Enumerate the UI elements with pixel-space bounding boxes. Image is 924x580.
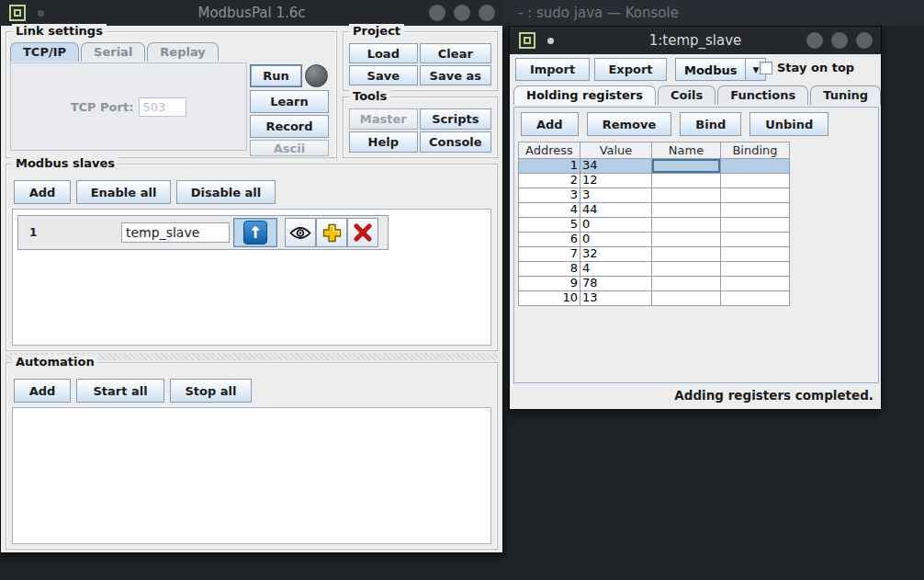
cell-value[interactable]: 78 <box>580 277 652 291</box>
tab-serial[interactable]: Serial <box>81 42 145 62</box>
konsole-titlebar[interactable]: - : sudo java — Konsole <box>503 0 924 26</box>
cell-binding[interactable] <box>721 188 790 203</box>
cell-name[interactable] <box>652 277 721 291</box>
disable-all-button[interactable]: Disable all <box>176 180 276 204</box>
mode-dropdown[interactable]: Modbus ▼ <box>675 58 766 81</box>
window-button[interactable] <box>429 5 445 21</box>
record-button[interactable]: Record <box>250 115 329 138</box>
cell-binding[interactable] <box>721 203 790 218</box>
cell-binding[interactable] <box>721 291 790 306</box>
cell-value[interactable]: 44 <box>580 203 652 218</box>
save-button[interactable]: Save <box>349 65 418 85</box>
column-header-binding[interactable]: Binding <box>721 142 790 159</box>
view-slave-button[interactable] <box>285 218 316 247</box>
cell-binding[interactable] <box>721 233 790 247</box>
window-menu-icon[interactable] <box>519 32 535 49</box>
table-row[interactable]: 444 <box>518 203 790 218</box>
register-unbind-button[interactable]: Unbind <box>749 112 828 136</box>
cell-address[interactable]: 8 <box>518 262 580 277</box>
tab-replay[interactable]: Replay <box>147 42 218 62</box>
cell-value[interactable]: 0 <box>580 233 652 247</box>
cell-address[interactable]: 10 <box>518 291 580 306</box>
console-button[interactable]: Console <box>420 131 491 153</box>
cell-address[interactable]: 5 <box>518 218 580 233</box>
cell-address[interactable]: 6 <box>518 233 580 247</box>
cell-binding[interactable] <box>721 218 790 233</box>
cell-value[interactable]: 0 <box>580 218 652 233</box>
clear-button[interactable]: Clear <box>420 43 491 63</box>
stay-on-top-checkbox[interactable] <box>760 62 772 74</box>
cell-name[interactable] <box>652 291 721 306</box>
save-as-button[interactable]: Save as <box>420 65 491 85</box>
slave-name-field[interactable] <box>121 222 230 243</box>
window-button[interactable] <box>831 32 848 49</box>
window-menu-icon[interactable] <box>9 5 26 21</box>
cell-address[interactable]: 3 <box>518 188 580 203</box>
column-header-value[interactable]: Value <box>580 142 652 159</box>
cell-name[interactable] <box>652 174 721 188</box>
cell-name[interactable] <box>652 233 721 247</box>
window-button[interactable] <box>806 32 823 49</box>
column-header-address[interactable]: Address <box>518 142 580 159</box>
cell-address[interactable]: 4 <box>518 203 580 218</box>
table-row[interactable]: 33 <box>518 188 790 203</box>
enable-all-button[interactable]: Enable all <box>76 180 171 204</box>
table-row[interactable]: 50 <box>518 218 790 233</box>
cell-binding[interactable] <box>721 174 790 188</box>
slave-enabled-toggle[interactable]: ↑ <box>233 218 277 247</box>
add-registers-button[interactable] <box>316 218 347 247</box>
table-row[interactable]: 212 <box>518 174 790 188</box>
cell-address[interactable]: 7 <box>518 247 580 262</box>
cell-binding[interactable] <box>721 247 790 262</box>
window-button[interactable] <box>856 32 873 49</box>
table-row[interactable]: 60 <box>518 233 790 247</box>
register-bind-button[interactable]: Bind <box>680 112 741 136</box>
tab-tcpip[interactable]: TCP/IP <box>10 42 79 62</box>
window-button[interactable] <box>479 5 495 21</box>
cell-value[interactable]: 32 <box>580 247 652 262</box>
table-row[interactable]: 732 <box>518 247 790 262</box>
cell-value[interactable]: 12 <box>580 174 652 188</box>
cell-value[interactable]: 34 <box>580 159 652 174</box>
learn-button[interactable]: Learn <box>250 90 329 113</box>
cell-address[interactable]: 9 <box>518 277 580 291</box>
cell-value[interactable]: 3 <box>580 188 652 203</box>
tab-holding-registers[interactable]: Holding registers <box>513 85 656 105</box>
tab-coils[interactable]: Coils <box>658 85 716 105</box>
scripts-button[interactable]: Scripts <box>420 108 491 130</box>
cell-name[interactable] <box>652 203 721 218</box>
table-row[interactable]: 84 <box>518 262 790 277</box>
slave-row[interactable]: 1 ↑ <box>17 215 389 250</box>
table-row[interactable]: 978 <box>518 277 790 291</box>
cell-address[interactable]: 1 <box>518 159 580 174</box>
table-row[interactable]: 134 <box>518 159 790 174</box>
run-button[interactable]: Run <box>250 64 302 87</box>
column-header-name[interactable]: Name <box>652 142 721 159</box>
cell-address[interactable]: 2 <box>518 174 580 188</box>
slave-dialog-titlebar[interactable]: 1:temp_slave <box>510 27 881 54</box>
cell-name[interactable] <box>652 159 721 174</box>
cell-binding[interactable] <box>721 277 790 291</box>
cell-value[interactable]: 4 <box>580 262 652 277</box>
delete-slave-button[interactable] <box>347 218 378 247</box>
cell-binding[interactable] <box>721 159 790 174</box>
automation-add-button[interactable]: Add <box>14 379 71 403</box>
slave-add-button[interactable]: Add <box>14 180 71 204</box>
help-button[interactable]: Help <box>349 131 418 153</box>
window-button[interactable] <box>454 5 470 21</box>
stay-on-top-control[interactable]: Stay on top <box>760 61 854 74</box>
tab-functions[interactable]: Functions <box>717 85 808 105</box>
export-button[interactable]: Export <box>594 58 667 81</box>
stop-all-button[interactable]: Stop all <box>170 379 252 403</box>
import-button[interactable]: Import <box>515 58 590 81</box>
cell-name[interactable] <box>652 247 721 262</box>
register-remove-button[interactable]: Remove <box>587 112 672 136</box>
table-row[interactable]: 1013 <box>518 291 790 306</box>
tab-tuning[interactable]: Tuning <box>810 85 881 105</box>
register-add-button[interactable]: Add <box>521 112 579 136</box>
load-button[interactable]: Load <box>349 43 418 63</box>
tcp-port-field[interactable] <box>139 97 186 117</box>
cell-name[interactable] <box>652 188 721 203</box>
start-all-button[interactable]: Start all <box>76 379 164 403</box>
cell-name[interactable] <box>652 262 721 277</box>
